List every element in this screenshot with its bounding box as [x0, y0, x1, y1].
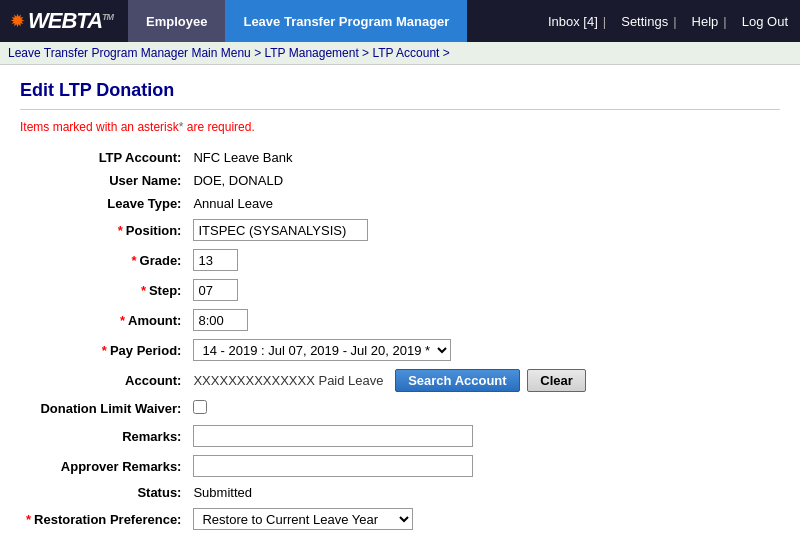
- row-grade: *Grade:: [20, 245, 780, 275]
- position-value-cell: [187, 215, 780, 245]
- amount-input[interactable]: [193, 309, 248, 331]
- position-label: *Position:: [20, 215, 187, 245]
- logo-tm: TM: [102, 12, 113, 22]
- row-leave-type: Leave Type: Annual Leave: [20, 192, 780, 215]
- pay-period-value-cell: 14 - 2019 : Jul 07, 2019 - Jul 20, 2019 …: [187, 335, 780, 365]
- donation-limit-checkbox[interactable]: [193, 400, 207, 414]
- grade-input[interactable]: [193, 249, 238, 271]
- breadcrumb-ltp-main[interactable]: Leave Transfer Program Manager Main Menu: [8, 46, 251, 60]
- logo-text: WEBTATM: [28, 8, 113, 34]
- approver-remarks-cell: [187, 451, 780, 481]
- required-note-text: Items marked with an asterisk: [20, 120, 179, 134]
- status-value: Submitted: [187, 481, 780, 504]
- position-input[interactable]: [193, 219, 368, 241]
- remarks-input[interactable]: [193, 425, 473, 447]
- approver-remarks-label: Approver Remarks:: [20, 451, 187, 481]
- required-note: Items marked with an asterisk* are requi…: [20, 120, 780, 134]
- header-right: Inbox [4] | Settings | Help | Log Out: [538, 14, 800, 29]
- main-content: Edit LTP Donation Items marked with an a…: [0, 65, 800, 542]
- account-text: XXXXXXXXXXXXXX Paid Leave: [193, 373, 383, 388]
- app-header: ✹ WEBTATM Employee Leave Transfer Progra…: [0, 0, 800, 42]
- breadcrumb-sep3: >: [443, 46, 450, 60]
- grade-required-star: *: [131, 253, 136, 268]
- pay-period-required-star: *: [102, 343, 107, 358]
- breadcrumb-sep1: >: [254, 46, 264, 60]
- position-required-star: *: [118, 223, 123, 238]
- grade-value-cell: [187, 245, 780, 275]
- amount-label: *Amount:: [20, 305, 187, 335]
- row-pay-period: *Pay Period: 14 - 2019 : Jul 07, 2019 - …: [20, 335, 780, 365]
- step-label: *Step:: [20, 275, 187, 305]
- user-name-label: User Name:: [20, 169, 187, 192]
- restoration-select[interactable]: Restore to Current Leave Year: [193, 508, 413, 530]
- breadcrumb-ltp-mgmt[interactable]: LTP Management: [264, 46, 358, 60]
- logo-dots: ✹: [10, 10, 25, 32]
- leave-type-value: Annual Leave: [187, 192, 780, 215]
- page-title: Edit LTP Donation: [20, 80, 780, 110]
- row-ltp-account: LTP Account: NFC Leave Bank: [20, 146, 780, 169]
- sep3: |: [723, 14, 726, 29]
- remarks-label: Remarks:: [20, 421, 187, 451]
- pay-period-label: *Pay Period:: [20, 335, 187, 365]
- sep1: |: [603, 14, 606, 29]
- account-value-cell: XXXXXXXXXXXXXX Paid Leave Search Account…: [187, 365, 780, 396]
- row-donation-limit: Donation Limit Waiver:: [20, 396, 780, 421]
- nav-tabs: Employee Leave Transfer Program Manager: [128, 0, 467, 42]
- row-amount: *Amount:: [20, 305, 780, 335]
- row-status: Status: Submitted: [20, 481, 780, 504]
- restoration-cell: Restore to Current Leave Year: [187, 504, 780, 534]
- breadcrumb: Leave Transfer Program Manager Main Menu…: [0, 42, 800, 65]
- step-required-star: *: [141, 283, 146, 298]
- row-account: Account: XXXXXXXXXXXXXX Paid Leave Searc…: [20, 365, 780, 396]
- donation-limit-cell: [187, 396, 780, 421]
- row-info-note: Unused Leave can be donated to another r…: [20, 534, 780, 542]
- breadcrumb-sep2: >: [362, 46, 372, 60]
- form-table: LTP Account: NFC Leave Bank User Name: D…: [20, 146, 780, 542]
- account-label: Account:: [20, 365, 187, 396]
- tab-employee[interactable]: Employee: [128, 0, 225, 42]
- logo: ✹ WEBTATM: [0, 8, 123, 34]
- search-account-button[interactable]: Search Account: [395, 369, 520, 392]
- row-user-name: User Name: DOE, DONALD: [20, 169, 780, 192]
- restoration-label: *Restoration Preference:: [20, 504, 187, 534]
- pay-period-select[interactable]: 14 - 2019 : Jul 07, 2019 - Jul 20, 2019 …: [193, 339, 451, 361]
- row-approver-remarks: Approver Remarks:: [20, 451, 780, 481]
- amount-value-cell: [187, 305, 780, 335]
- sep2: |: [673, 14, 676, 29]
- status-label: Status:: [20, 481, 187, 504]
- restoration-required-star: *: [26, 512, 31, 527]
- required-note-text2: are required.: [183, 120, 254, 134]
- row-step: *Step:: [20, 275, 780, 305]
- leave-type-label: Leave Type:: [20, 192, 187, 215]
- settings-link[interactable]: Settings: [621, 14, 668, 29]
- step-value-cell: [187, 275, 780, 305]
- ltp-account-value: NFC Leave Bank: [187, 146, 780, 169]
- remarks-cell: [187, 421, 780, 451]
- help-link[interactable]: Help: [692, 14, 719, 29]
- user-name-value: DOE, DONALD: [187, 169, 780, 192]
- info-note-label-cell: [20, 534, 187, 542]
- tab-ltp[interactable]: Leave Transfer Program Manager: [225, 0, 467, 42]
- info-note-cell: Unused Leave can be donated to another r…: [187, 534, 780, 542]
- breadcrumb-ltp-account[interactable]: LTP Account: [372, 46, 439, 60]
- donation-limit-label: Donation Limit Waiver:: [20, 396, 187, 421]
- approver-remarks-input[interactable]: [193, 455, 473, 477]
- row-remarks: Remarks:: [20, 421, 780, 451]
- inbox-link[interactable]: Inbox [4]: [548, 14, 598, 29]
- ltp-account-label: LTP Account:: [20, 146, 187, 169]
- step-input[interactable]: [193, 279, 238, 301]
- amount-required-star: *: [120, 313, 125, 328]
- logout-link[interactable]: Log Out: [742, 14, 788, 29]
- row-position: *Position:: [20, 215, 780, 245]
- clear-button[interactable]: Clear: [527, 369, 586, 392]
- row-restoration: *Restoration Preference: Restore to Curr…: [20, 504, 780, 534]
- grade-label: *Grade:: [20, 245, 187, 275]
